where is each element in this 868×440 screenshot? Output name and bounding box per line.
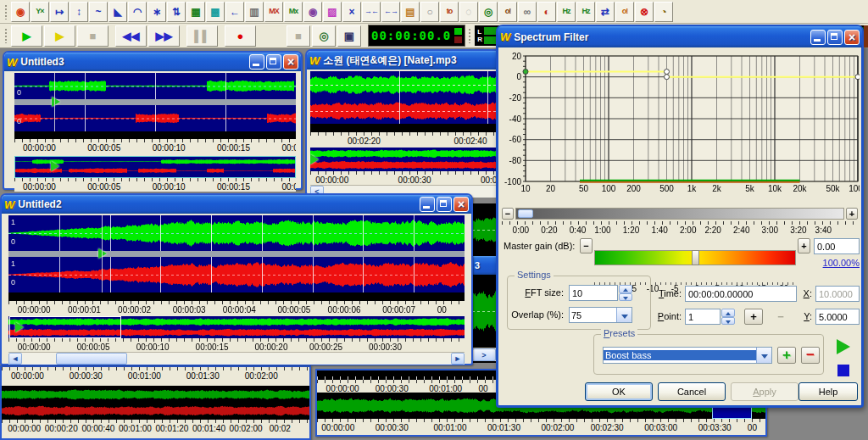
spectrum-graph[interactable]: 200-20-40-60-80-1001020501002005001k2k5k… [500, 51, 860, 197]
minimize-button[interactable] [810, 30, 826, 45]
gain-increase-button[interactable]: + [798, 238, 810, 253]
swap-channels-button[interactable]: ⇄ [596, 2, 615, 22]
spectrum-view-button[interactable]: ◉ [303, 2, 322, 22]
window-titlebar[interactable]: W Untitled3 [4, 53, 301, 71]
selection-rectangle[interactable] [9, 316, 121, 338]
fft-size-input[interactable] [569, 285, 618, 301]
mute-button[interactable]: ⊗ [635, 2, 654, 22]
pause-button[interactable]: ▌▌ [186, 25, 218, 47]
playback-marker-icon[interactable] [98, 248, 107, 259]
toolbar-grip[interactable] [468, 28, 472, 43]
presets-combo[interactable]: Boost bass [603, 347, 772, 364]
ok-button[interactable]: OK [585, 382, 653, 401]
remove-point-button[interactable]: − [771, 309, 790, 325]
gain-percent-link[interactable]: 100.00% [797, 258, 860, 268]
playback-rate-button[interactable]: Hz [557, 2, 576, 22]
spike-remover-button[interactable]: × [342, 2, 361, 22]
minimize-button[interactable] [420, 197, 435, 212]
scroll-right-button[interactable]: > [472, 348, 496, 361]
minimize-button[interactable] [249, 54, 264, 70]
playback-marker-icon[interactable] [51, 161, 59, 171]
expression-evaluator-button[interactable]: Y× [31, 2, 49, 22]
speaker-test-button[interactable]: ◎ [479, 2, 498, 22]
undo-effect-button[interactable]: ← [225, 2, 244, 22]
spectrum-filter-button[interactable]: ▨ [323, 2, 342, 22]
silence-button[interactable]: ○ [420, 2, 439, 22]
combo-arrow-icon[interactable] [616, 308, 632, 322]
mechanize-button[interactable]: ∗ [147, 2, 166, 22]
window-fragment[interactable]: 3 > [472, 203, 496, 363]
master-gain-slider[interactable] [594, 250, 796, 265]
interpolate-button[interactable]: ↕ [70, 2, 88, 22]
resample-button[interactable]: Hz [576, 2, 595, 22]
close-button[interactable] [453, 197, 469, 212]
combo-arrow-icon[interactable] [756, 348, 771, 363]
fade-button[interactable]: ◠ [128, 2, 147, 22]
point-input[interactable] [685, 309, 721, 325]
add-point-button[interactable]: + [744, 309, 763, 325]
y-input[interactable] [815, 309, 860, 325]
tone-generator-button[interactable]: to [440, 2, 459, 22]
gain-decrease-button[interactable]: − [580, 238, 593, 253]
playback-marker-icon[interactable] [52, 97, 60, 107]
emphasis-button[interactable]: o! [498, 2, 517, 22]
noise-reduction-button[interactable]: MX [264, 2, 283, 22]
rewind-button[interactable]: ◀◀ [115, 25, 147, 47]
toolbar-grip[interactable] [4, 28, 8, 43]
waveform-left-channel[interactable] [14, 73, 296, 99]
pan-button[interactable]: ◐ [537, 2, 556, 22]
doppler-button[interactable]: ◉ [11, 2, 30, 22]
spectrum-filter-dialog[interactable]: W Spectrum Filter 200-20-40-60-80-100102… [496, 25, 864, 408]
timer-button[interactable]: ◔ [654, 2, 673, 22]
window-titlebar[interactable]: W Untitled2 [2, 195, 471, 214]
play-button[interactable]: ▶ [11, 25, 42, 47]
mixer-button[interactable]: ▦ [186, 2, 205, 22]
window-untitled2[interactable]: W Untitled2 1 0 1 0 00:00:0000:00:0100:0… [0, 193, 473, 365]
toolbar-grip[interactable] [4, 4, 8, 19]
fast-forward-button[interactable]: ▶▶ [148, 25, 180, 47]
time-input[interactable] [685, 286, 797, 302]
overlap-combo[interactable]: 75 [569, 307, 632, 323]
waveform-right-channel[interactable] [8, 257, 465, 292]
point-spinner[interactable] [721, 309, 735, 325]
playback-marker-icon[interactable] [310, 154, 319, 164]
timeline-scrollbar[interactable] [515, 208, 844, 220]
connect-points-button[interactable]: ∞ [518, 2, 537, 22]
playback-marker-icon[interactable] [15, 322, 24, 332]
ramp-button[interactable]: ◣ [108, 2, 127, 22]
waveform-display[interactable] [2, 386, 309, 420]
play-all-button[interactable]: ▶ [44, 25, 75, 47]
window-layout-button[interactable]: ▣ [337, 25, 361, 47]
maximize-button[interactable] [437, 197, 452, 212]
flip-button[interactable]: ↦ [50, 2, 69, 22]
monitor-stop-button[interactable]: ■ [287, 25, 310, 47]
gain-slider-thumb[interactable] [692, 250, 699, 265]
apply-button[interactable]: Apply [731, 382, 798, 401]
scrollbar-thumb[interactable] [56, 353, 127, 365]
parametric-eq-button[interactable]: ▩ [206, 2, 225, 22]
cancel-button[interactable]: Cancel [658, 382, 726, 401]
timeline-zoom-in-button[interactable]: + [846, 208, 858, 220]
dialog-titlebar[interactable]: W Spectrum Filter [498, 26, 862, 47]
noise-gate-button[interactable]: Mx [284, 2, 303, 22]
device-controls-button[interactable]: ◎ [312, 25, 336, 47]
timeline-scrollbar-thumb[interactable] [518, 209, 533, 218]
offset-button[interactable]: ⇅ [167, 2, 186, 22]
window-bottom-left[interactable]: 00:00:0000:00:3000:01:0000:01:3000:02:00… [0, 365, 311, 440]
gain-value-input[interactable] [814, 238, 860, 254]
waveform-right-channel[interactable] [14, 105, 296, 131]
warning-button[interactable]: o! [615, 2, 634, 22]
timeline-zoom-out-button[interactable]: − [502, 208, 514, 220]
preview-stop-button[interactable] [831, 360, 856, 381]
help-button[interactable]: Help [798, 382, 858, 401]
preview-play-button[interactable] [831, 337, 856, 357]
filter-bands-button[interactable]: ▥ [245, 2, 264, 22]
close-button[interactable] [844, 30, 860, 45]
stop-button[interactable]: ■ [77, 25, 108, 47]
maximize-button[interactable] [266, 54, 281, 70]
expander-button[interactable]: ←→ [381, 2, 400, 22]
close-button[interactable] [283, 54, 298, 70]
compressor-button[interactable]: →← [362, 2, 381, 22]
delete-preset-button[interactable]: − [801, 347, 820, 364]
scroll-left-button[interactable]: ◄ [8, 353, 22, 365]
